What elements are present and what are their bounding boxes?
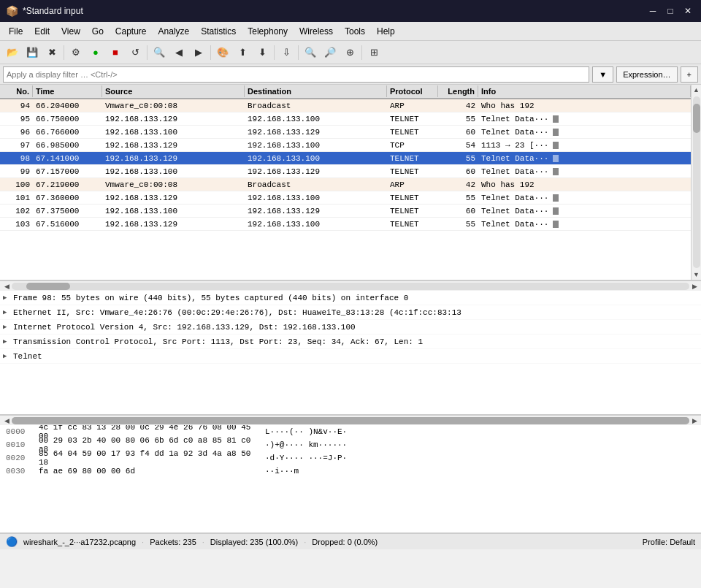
open-button[interactable]: 📂 <box>3 43 22 62</box>
col-header-info: Info <box>478 85 691 97</box>
packet-list-vscrollbar[interactable]: ▲ ▼ <box>691 85 701 280</box>
table-row[interactable]: 10267.375000192.168.133.100192.168.133.1… <box>0 205 701 218</box>
toolbar-sep-3 <box>210 45 211 60</box>
detail-hscroll-left[interactable]: ◀ <box>1 416 12 426</box>
hex-ascii: ·d·Y···· ···=J·P· <box>265 454 347 462</box>
table-row[interactable]: 9666.766000192.168.133.100192.168.133.12… <box>0 126 701 139</box>
detail-hscroll-thumb[interactable] <box>12 417 689 424</box>
detail-hscroll-right[interactable]: ▶ <box>689 416 700 426</box>
hscroll-left-arrow[interactable]: ◀ <box>1 281 12 291</box>
display-filter-input[interactable] <box>3 66 589 83</box>
toolbar-sep-4 <box>274 45 275 60</box>
expand-icon: ▶ <box>3 352 13 360</box>
menu-item-wireless[interactable]: Wireless <box>294 24 339 39</box>
packet-rows-container: 9466.204000Vmware_c0:00:08BroadcastARP42… <box>0 99 701 231</box>
table-row[interactable]: 9566.750000192.168.133.129192.168.133.10… <box>0 112 701 126</box>
info-marker-icon <box>553 168 559 175</box>
hex-offset: 0020 <box>6 454 39 462</box>
zoom-in-button[interactable]: 🔍 <box>301 43 320 62</box>
expression-button[interactable]: Expression… <box>616 66 677 83</box>
dropped-label: Dropped: 0 (0.0%) <box>312 538 378 546</box>
window-title: *Standard input <box>23 6 83 16</box>
detail-text: Transmission Control Protocol, Src Port:… <box>13 337 698 346</box>
menu-item-statistics[interactable]: Statistics <box>195 24 242 39</box>
status-bar: 🔵 wireshark_-_2···a17232.pcapng · Packet… <box>0 533 701 549</box>
menu-item-analyze[interactable]: Analyze <box>153 24 196 39</box>
hscroll-thumb[interactable] <box>26 283 70 290</box>
minimize-button[interactable]: ─ <box>646 4 660 18</box>
menu-item-view[interactable]: View <box>55 24 86 39</box>
expand-all-button[interactable]: ⊞ <box>364 43 383 62</box>
menu-item-tools[interactable]: Tools <box>339 24 371 39</box>
vscroll-thumb[interactable] <box>693 104 700 133</box>
detail-text: Frame 98: 55 bytes on wire (440 bits), 5… <box>13 294 698 302</box>
menu-item-edit[interactable]: Edit <box>28 24 55 39</box>
expand-icon: ▶ <box>3 337 13 345</box>
hex-ascii: ··i···m <box>265 467 299 476</box>
filter-dropdown-button[interactable]: ▼ <box>592 66 613 83</box>
info-marker-icon <box>553 155 559 162</box>
save-button[interactable]: 💾 <box>23 43 42 62</box>
hex-offset: 0030 <box>6 467 39 476</box>
list-item[interactable]: ▶Frame 98: 55 bytes on wire (440 bits), … <box>0 291 701 305</box>
colorize-button[interactable]: 🎨 <box>213 43 232 62</box>
info-marker-icon <box>553 142 559 149</box>
close-button[interactable]: ✕ <box>681 4 695 18</box>
zoom-out-button[interactable]: 🔎 <box>321 43 340 62</box>
table-row[interactable]: 9967.157000192.168.133.100192.168.133.12… <box>0 165 701 178</box>
restart-capture-button[interactable]: ↺ <box>126 43 145 62</box>
add-filter-button[interactable]: + <box>681 66 698 83</box>
menu-bar: FileEditViewGoCaptureAnalyzeStatisticsTe… <box>0 22 701 41</box>
find-packet-button[interactable]: 🔍 <box>150 43 169 62</box>
table-row[interactable]: 9466.204000Vmware_c0:00:08BroadcastARP42… <box>0 99 701 112</box>
packet-list: No. Time Source Destination Protocol Len… <box>0 85 701 280</box>
list-item[interactable]: ▶Transmission Control Protocol, Src Port… <box>0 335 701 349</box>
menu-item-file[interactable]: File <box>3 24 28 39</box>
list-item[interactable]: ▶Telnet <box>0 349 701 364</box>
table-row[interactable]: 10167.360000192.168.133.129192.168.133.1… <box>0 191 701 205</box>
next-packet-button[interactable]: ▶ <box>189 43 208 62</box>
scroll-up-button[interactable]: ⬆ <box>233 43 252 62</box>
profile-label: Profile: Default <box>643 538 695 546</box>
table-row[interactable]: 10367.516000192.168.133.129192.168.133.1… <box>0 218 701 231</box>
table-row[interactable]: 9766.985000192.168.133.129192.168.133.10… <box>0 139 701 152</box>
menu-item-go[interactable]: Go <box>86 24 110 39</box>
start-capture-button[interactable]: ● <box>86 43 105 62</box>
col-header-destination: Destination <box>245 85 387 97</box>
packets-label: Packets: 235 <box>150 538 196 546</box>
hex-bytes: 85 64 04 59 00 17 93 f4 dd 1a 92 3d 4a a… <box>39 449 265 467</box>
close-capture-button[interactable]: ✖ <box>42 43 61 62</box>
vscroll-up-arrow[interactable]: ▲ <box>692 85 702 95</box>
detail-hscrollbar[interactable]: ◀ ▶ <box>0 415 701 425</box>
vscroll-down-arrow[interactable]: ▼ <box>692 270 702 280</box>
menu-item-telephony[interactable]: Telephony <box>242 24 294 39</box>
col-header-time: Time <box>33 85 102 97</box>
autoscroll-button[interactable]: ⇩ <box>277 43 296 62</box>
table-row[interactable]: 10067.219000Vmware_c0:00:08BroadcastARP4… <box>0 178 701 191</box>
info-marker-icon <box>553 207 559 215</box>
table-row[interactable]: 9867.141000192.168.133.129192.168.133.10… <box>0 152 701 165</box>
menu-item-help[interactable]: Help <box>371 24 401 39</box>
hscroll-right-arrow[interactable]: ▶ <box>689 281 700 291</box>
hex-bytes: fa ae 69 80 00 00 6d <box>39 467 265 476</box>
info-marker-icon <box>553 115 559 123</box>
displayed-label: Displayed: 235 (100.0%) <box>210 538 298 546</box>
capture-options-button[interactable]: ⚙ <box>66 43 85 62</box>
toolbar-sep-5 <box>298 45 299 60</box>
packet-hscrollbar[interactable]: ◀ ▶ <box>0 280 701 291</box>
maximize-button[interactable]: □ <box>663 4 678 18</box>
menu-item-capture[interactable]: Capture <box>110 24 153 39</box>
zoom-reset-button[interactable]: ⊕ <box>340 43 359 62</box>
list-item: 002085 64 04 59 00 17 93 f4 dd 1a 92 3d … <box>0 451 701 465</box>
col-header-length: Length <box>438 85 478 97</box>
scroll-down-button[interactable]: ⬇ <box>253 43 272 62</box>
title-bar: 📦 *Standard input ─ □ ✕ <box>0 0 701 22</box>
stop-capture-button[interactable]: ■ <box>106 43 125 62</box>
app-icon: 📦 <box>6 5 18 17</box>
expand-icon: ▶ <box>3 308 13 316</box>
list-item[interactable]: ▶Ethernet II, Src: Vmware_4e:26:76 (00:0… <box>0 305 701 320</box>
hex-panel: 00004c 1f cc 83 13 28 00 0c 29 4e 26 76 … <box>0 425 701 533</box>
list-item[interactable]: ▶Internet Protocol Version 4, Src: 192.1… <box>0 320 701 335</box>
prev-packet-button[interactable]: ◀ <box>169 43 188 62</box>
detail-text: Ethernet II, Src: Vmware_4e:26:76 (00:0c… <box>13 308 698 317</box>
